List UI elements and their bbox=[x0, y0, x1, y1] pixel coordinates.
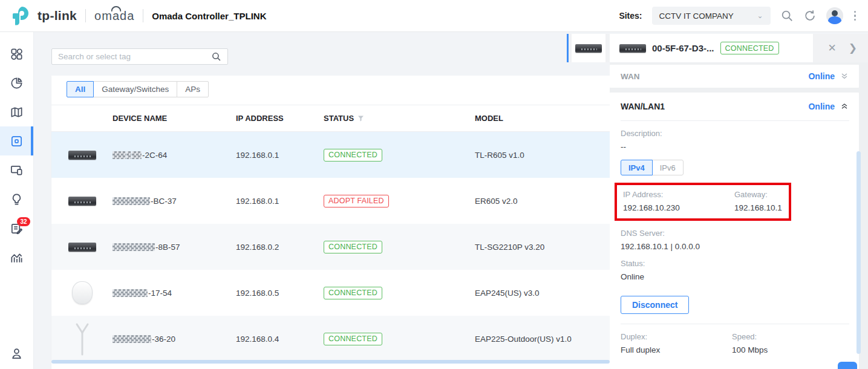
tab-all[interactable]: All bbox=[67, 81, 94, 97]
filter-icon[interactable] bbox=[357, 114, 365, 122]
dns-server-label: DNS Server: bbox=[621, 229, 849, 238]
ip-address-value: 192.168.10.230 bbox=[623, 203, 734, 212]
tab-ipv6[interactable]: IPv6 bbox=[652, 160, 684, 175]
dashboard-icon bbox=[10, 47, 24, 61]
redacted-name bbox=[113, 289, 148, 297]
tag-search-input[interactable]: Search or select tag bbox=[51, 48, 228, 65]
access-point-thumbnail bbox=[72, 281, 93, 304]
table-row[interactable]: -8B-57 192.168.0.2 CONNECTED TL-SG2210P … bbox=[51, 224, 610, 270]
omada-arc: a bbox=[113, 9, 120, 23]
wan-section[interactable]: WAN Online bbox=[610, 65, 859, 88]
column-device-name[interactable]: DEVICE NAME bbox=[113, 114, 236, 123]
panel-device-name: 00-5F-67-D3-... bbox=[652, 43, 714, 53]
sites-label: Sites: bbox=[619, 11, 642, 21]
horizontal-scrollbar[interactable] bbox=[51, 360, 610, 364]
search-icon[interactable] bbox=[780, 9, 794, 22]
sidebar-nav: 32 bbox=[0, 32, 34, 369]
devices-table-card: All Gateway/Switches APs DEVICE NAME IP … bbox=[51, 76, 610, 369]
search-icon bbox=[211, 51, 221, 62]
highlight-annotation: IP Address: 192.168.10.230 Gateway: 192.… bbox=[615, 183, 791, 221]
status-badge: CONNECTED bbox=[324, 149, 382, 162]
device-ip-cell: 192.168.0.4 bbox=[236, 335, 324, 344]
map-icon bbox=[10, 105, 24, 119]
panel-tab-minimized-device[interactable] bbox=[572, 34, 605, 62]
chevron-down-icon: ⌄ bbox=[757, 11, 763, 20]
tab-ipv4[interactable]: IPv4 bbox=[621, 160, 653, 175]
device-model-cell: EAP245(US) v3.0 bbox=[475, 289, 610, 298]
wan-online-status: Online bbox=[808, 71, 835, 81]
divider bbox=[621, 324, 849, 324]
device-model-cell: EAP225-Outdoor(US) v1.0 bbox=[475, 335, 610, 344]
refresh-icon[interactable] bbox=[803, 9, 817, 22]
sidebar-item-logs[interactable]: 32 bbox=[0, 214, 33, 243]
sidebar-item-dashboard[interactable] bbox=[0, 39, 33, 68]
chevron-right-icon[interactable]: ❯ bbox=[849, 43, 857, 53]
table-row[interactable]: -BC-37 192.168.0.1 ADOPT FAILED ER605 v2… bbox=[51, 178, 610, 224]
tab-aps[interactable]: APs bbox=[177, 81, 209, 97]
divider bbox=[143, 9, 143, 22]
collapse-double-chevron-icon[interactable] bbox=[840, 102, 849, 111]
chart-icon bbox=[10, 250, 24, 264]
status-badge: ADOPT FAILED bbox=[324, 195, 389, 207]
device-ip-cell: 192.168.0.1 bbox=[236, 197, 324, 206]
more-menu-icon[interactable] bbox=[853, 10, 858, 22]
controller-title: Omada Controller_TPLINK bbox=[152, 11, 266, 21]
scroll-action-button[interactable] bbox=[838, 362, 857, 369]
device-model-cell: ER605 v2.0 bbox=[475, 197, 610, 206]
expand-double-chevron-icon[interactable] bbox=[840, 71, 849, 81]
sidebar-item-map[interactable] bbox=[0, 97, 33, 126]
column-status[interactable]: STATUS bbox=[324, 114, 475, 123]
duplex-value: Full duplex bbox=[621, 345, 732, 354]
wan-lan1-title: WAN/LAN1 bbox=[621, 102, 665, 111]
router-thumbnail bbox=[68, 151, 96, 160]
sidebar-item-devices[interactable] bbox=[0, 126, 33, 155]
pie-chart-icon bbox=[10, 76, 24, 90]
sidebar-item-statistics[interactable] bbox=[0, 68, 33, 97]
redacted-name bbox=[113, 151, 126, 159]
top-bar: tp-link omada Omada Controller_TPLINK Si… bbox=[0, 0, 868, 32]
vertical-scrollbar[interactable] bbox=[857, 151, 861, 354]
user-avatar[interactable] bbox=[826, 7, 843, 24]
panel-tab-active-device[interactable]: 00-5F-67-D3-... CONNECTED bbox=[610, 34, 813, 62]
gateway-value: 192.168.10.1 bbox=[734, 203, 785, 212]
dns-server-value: 192.168.10.1 | 0.0.0.0 bbox=[621, 242, 849, 251]
column-model[interactable]: MODEL bbox=[475, 114, 610, 123]
description-value: -- bbox=[621, 142, 849, 151]
main-content: Search or select tag All Gateway/Switche… bbox=[34, 32, 868, 369]
ip-address-label: IP Address: bbox=[623, 190, 734, 199]
table-row[interactable]: -17-54 192.168.0.5 CONNECTED EAP245(US) … bbox=[51, 270, 610, 316]
wan-lan1-online-status: Online bbox=[808, 102, 835, 111]
column-ip-address[interactable]: IP ADDRESS bbox=[236, 114, 324, 123]
alerts-badge: 32 bbox=[17, 217, 30, 226]
device-ip-cell: 192.168.0.5 bbox=[236, 289, 324, 298]
device-model-cell: TL-SG2210P v3.20 bbox=[475, 243, 610, 252]
switch-thumbnail bbox=[68, 243, 96, 252]
device-name-cell: -36-20 bbox=[113, 335, 236, 344]
table-header-row: DEVICE NAME IP ADDRESS STATUS MODEL bbox=[51, 105, 610, 132]
status-badge: CONNECTED bbox=[324, 287, 382, 299]
divider bbox=[85, 9, 86, 22]
router-thumbnail bbox=[68, 197, 96, 206]
sidebar-item-clients[interactable] bbox=[0, 155, 33, 184]
devices-icon bbox=[10, 134, 24, 148]
ip-version-tabs: IPv4 IPv6 bbox=[621, 160, 849, 175]
table-row[interactable]: -2C-64 192.168.0.1 CONNECTED TL-R605 v1.… bbox=[51, 132, 610, 178]
redacted-name bbox=[126, 151, 131, 159]
brand-tplink: tp-link bbox=[38, 8, 77, 23]
sidebar-item-account[interactable] bbox=[0, 339, 33, 368]
tab-gateway-switches[interactable]: Gateway/Switches bbox=[93, 81, 177, 97]
sidebar-item-insight[interactable] bbox=[0, 184, 33, 214]
sidebar-item-reports[interactable] bbox=[0, 243, 33, 272]
table-row[interactable]: -36-20 192.168.0.4 CONNECTED EAP225-Outd… bbox=[51, 316, 610, 362]
clients-icon bbox=[10, 163, 24, 177]
device-filter-tabs: All Gateway/Switches APs bbox=[67, 81, 610, 97]
device-ip-cell: 192.168.0.1 bbox=[236, 151, 324, 160]
disconnect-button[interactable]: Disconnect bbox=[621, 296, 689, 314]
lightbulb-icon bbox=[10, 192, 24, 206]
user-icon bbox=[10, 347, 24, 361]
router-thumbnail bbox=[575, 44, 602, 53]
redacted-name bbox=[113, 197, 150, 205]
site-select[interactable]: CCTV IT COMPANY ⌄ bbox=[652, 7, 771, 25]
device-name-cell: -BC-37 bbox=[113, 197, 236, 206]
close-icon[interactable]: ✕ bbox=[828, 43, 837, 53]
